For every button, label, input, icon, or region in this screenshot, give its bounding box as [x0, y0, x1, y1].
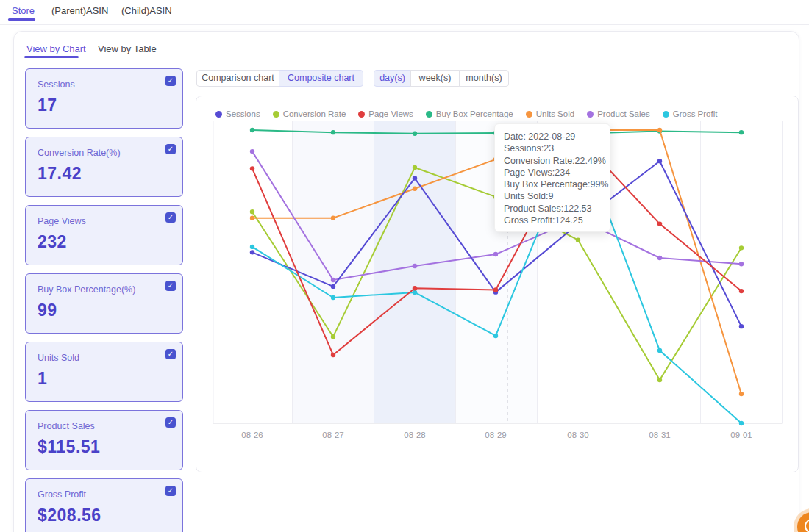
metric-label: Buy Box Percentage(%) [38, 284, 135, 295]
legend-item[interactable]: Page Views [358, 109, 413, 118]
checkbox-checked-icon[interactable]: ✓ [165, 349, 176, 359]
tab-view-by-table[interactable]: View by Table [98, 43, 157, 54]
legend-dot-icon [273, 111, 279, 118]
legend-label: Gross Profit [673, 109, 718, 118]
legend-label: Conversion Rate [283, 109, 346, 118]
metric-label: Gross Profit [38, 489, 86, 500]
active-viewtab-underline [24, 56, 79, 58]
tooltip-date: Date: 2022-08-29 [504, 131, 601, 143]
legend-item[interactable]: Gross Profit [663, 109, 718, 118]
tooltip-product-sales: Product Sales:122.53 [504, 203, 601, 215]
composite-chart-button[interactable]: Composite chart [279, 70, 363, 87]
chart-tooltip: Date: 2022-08-29 Sessions:23 Conversion … [494, 123, 610, 232]
days-button[interactable]: day(s) [374, 70, 411, 87]
legend-item[interactable]: Conversion Rate [273, 109, 346, 118]
chart-legend: SessionsConversion RatePage ViewsBuy Box… [215, 109, 717, 118]
legend-dot-icon [663, 111, 669, 118]
tooltip-page-views: Page Views:234 [504, 167, 601, 179]
checkbox-checked-icon[interactable]: ✓ [165, 417, 176, 428]
legend-label: Units Sold [536, 109, 574, 118]
legend-dot-icon [526, 111, 532, 118]
legend-label: Sessions [226, 109, 260, 118]
metric-value: $115.51 [38, 437, 100, 457]
metric-label: Page Views [38, 216, 86, 226]
metric-value: 17 [38, 96, 57, 115]
tooltip-gross-profit: Gross Profit:124.25 [504, 215, 601, 226]
tab-child-asin[interactable]: (Child)ASIN [121, 5, 172, 16]
legend-label: Page Views [368, 109, 413, 118]
metric-card-units-sold: Units Sold 1 ✓ [25, 342, 183, 402]
headset-icon [805, 519, 809, 532]
checkbox-checked-icon[interactable]: ✓ [165, 486, 176, 496]
metric-label: Conversion Rate(%) [38, 148, 121, 158]
legend-item[interactable]: Buy Box Percentage [426, 109, 513, 118]
checkbox-checked-icon[interactable]: ✓ [165, 281, 176, 291]
metric-value: $208.56 [38, 506, 101, 525]
tooltip-sessions: Sessions:23 [504, 143, 601, 154]
legend-item[interactable]: Units Sold [526, 109, 574, 118]
metric-card-sessions: Sessions 17 ✓ [25, 68, 183, 129]
metric-label: Sessions [38, 79, 75, 90]
comparison-chart-button[interactable]: Comparison chart [196, 70, 279, 87]
metric-card-page-views: Page Views 232 ✓ [25, 205, 183, 265]
checkbox-checked-icon[interactable]: ✓ [165, 76, 176, 86]
legend-item[interactable]: Product Sales [587, 109, 650, 118]
metric-card-conversion-rate: Conversion Rate(%) 17.42 ✓ [25, 137, 183, 197]
x-axis-label: 08-27 [311, 431, 355, 439]
metric-card-product-sales: Product Sales $115.51 ✓ [25, 410, 183, 470]
metric-card-buy-box: Buy Box Percentage(%) 99 ✓ [25, 273, 183, 334]
metric-value: 1 [38, 369, 47, 389]
x-axis-label: 08-29 [474, 431, 518, 439]
metric-label: Units Sold [38, 353, 79, 363]
metric-value: 232 [38, 232, 67, 252]
metric-label: Product Sales [38, 421, 95, 431]
x-axis-label: 09-01 [719, 431, 763, 439]
metric-value: 17.42 [38, 164, 82, 184]
legend-label: Product Sales [597, 109, 650, 118]
metric-card-gross-profit: Gross Profit $208.56 ✓ [25, 478, 183, 532]
weeks-button[interactable]: week(s) [410, 70, 460, 87]
legend-dot-icon [587, 111, 594, 118]
active-tab-underline [8, 18, 35, 21]
legend-dot-icon [215, 111, 222, 118]
x-axis-label: 08-30 [556, 431, 600, 439]
checkbox-checked-icon[interactable]: ✓ [165, 144, 176, 154]
checkbox-checked-icon[interactable]: ✓ [165, 212, 176, 223]
topnav-separator [0, 24, 809, 25]
legend-label: Buy Box Percentage [436, 109, 513, 118]
x-axis-label: 08-26 [230, 431, 274, 439]
tab-view-by-chart[interactable]: View by Chart [26, 43, 86, 54]
months-button[interactable]: month(s) [459, 70, 509, 87]
tab-store[interactable]: Store [12, 5, 35, 16]
page: Store (Parent)ASIN (Child)ASIN View by C… [0, 0, 809, 532]
legend-dot-icon [426, 111, 432, 118]
tooltip-units-sold: Units Sold:9 [504, 190, 601, 202]
legend-dot-icon [358, 111, 365, 118]
x-axis-label: 08-31 [638, 431, 682, 439]
tooltip-buy-box: Buy Box Percentage:99% [504, 179, 601, 190]
tab-parent-asin[interactable]: (Parent)ASIN [51, 5, 108, 16]
tooltip-conversion-rate: Conversion Rate:22.49% [504, 155, 601, 167]
metric-value: 99 [38, 301, 57, 320]
x-axis-label: 08-28 [393, 431, 437, 439]
legend-item[interactable]: Sessions [215, 109, 260, 118]
